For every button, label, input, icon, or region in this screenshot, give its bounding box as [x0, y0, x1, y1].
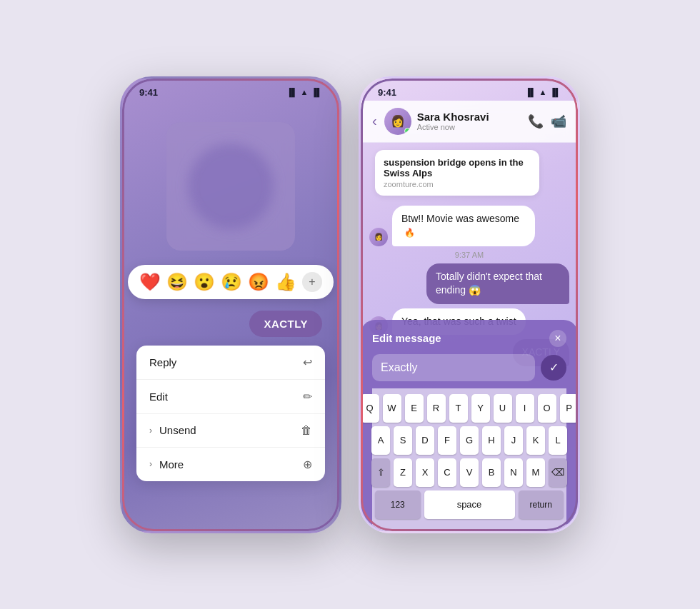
key-123[interactable]: 123 [375, 490, 421, 519]
key-y[interactable]: Y [471, 394, 490, 423]
header-actions: 📞 📹 [528, 114, 566, 129]
keyboard-row-4: 123 space return [375, 490, 564, 519]
time-right: 9:41 [378, 87, 396, 98]
blurred-avatar-area [166, 122, 295, 251]
key-v[interactable]: V [460, 458, 479, 487]
reaction-thumbs-up[interactable]: 👍 [275, 273, 296, 291]
key-backspace[interactable]: ⌫ [549, 458, 567, 487]
key-h[interactable]: H [482, 426, 501, 455]
menu-item-unsend[interactable]: › Unsend 🗑 [136, 414, 325, 448]
contact-avatar: 👩 [384, 108, 411, 135]
right-phone: 9:41 ▐▌ ▲ ▐▌ ‹ 👩 Sara Khosravi Active no… [359, 76, 580, 533]
reaction-laugh[interactable]: 😆 [166, 273, 188, 291]
menu-item-reply[interactable]: Reply ↩ [136, 346, 325, 380]
key-s[interactable]: S [394, 426, 412, 455]
key-c[interactable]: C [438, 458, 456, 487]
more-chevron-icon: › [149, 459, 152, 469]
edit-modal-title: Edit message [372, 332, 441, 344]
msg-avatar-sara: 👩 [369, 228, 388, 246]
reaction-heart[interactable]: ❤️ [139, 273, 161, 291]
key-i[interactable]: I [516, 394, 534, 423]
signal-icon: ▐▌ [286, 88, 298, 96]
key-p[interactable]: P [560, 394, 579, 423]
edit-input-row: ✓ [372, 354, 566, 381]
msg-row-btw: 👩 Btw!! Movie was awesome 🔥 [369, 206, 569, 246]
key-u[interactable]: U [494, 394, 512, 423]
key-z[interactable]: Z [394, 458, 412, 487]
status-bar-right: 9:41 ▐▌ ▲ ▐▌ [361, 79, 578, 101]
key-l[interactable]: L [549, 426, 567, 455]
battery-icon-r: ▐▌ [549, 88, 561, 96]
reaction-angry[interactable]: 😡 [248, 273, 269, 291]
battery-icon: ▐▌ [311, 88, 322, 96]
key-e[interactable]: E [405, 394, 424, 423]
reaction-cry[interactable]: 😢 [221, 273, 242, 291]
keyboard-row-2: A S D F G H J K L [375, 426, 564, 455]
status-icons-left: ▐▌ ▲ ▐▌ [286, 88, 322, 96]
edit-text-input[interactable] [372, 354, 535, 381]
key-j[interactable]: J [504, 426, 523, 455]
edit-pencil-icon: ✏ [303, 390, 312, 403]
wifi-icon-r: ▲ [539, 88, 547, 96]
time-left: 9:41 [139, 87, 158, 98]
keyboard-row-1: Q W E R T Y U I O P [375, 394, 564, 423]
edit-submit-button[interactable]: ✓ [541, 355, 566, 381]
reaction-bar: ❤️ 😆 😮 😢 😡 👍 + [128, 265, 334, 299]
msg-emoji-fire: 🔥 [404, 228, 415, 238]
context-menu: Reply ↩ Edit ✏ › Unsend 🗑 › More ⊕ [136, 346, 325, 481]
key-x[interactable]: X [416, 458, 434, 487]
back-button[interactable]: ‹ [372, 113, 377, 129]
key-a[interactable]: A [371, 426, 390, 455]
video-call-icon[interactable]: 📹 [551, 114, 566, 129]
menu-item-edit[interactable]: Edit ✏ [136, 380, 325, 414]
link-preview-row: suspension bridge opens in the Swiss Alp… [369, 150, 569, 201]
key-shift[interactable]: ⇧ [371, 458, 390, 487]
key-o[interactable]: O [538, 394, 556, 423]
key-t[interactable]: T [449, 394, 468, 423]
key-return[interactable]: return [519, 490, 564, 519]
key-w[interactable]: W [383, 394, 401, 423]
key-k[interactable]: K [526, 426, 545, 455]
signal-icon-r: ▐▌ [525, 88, 536, 96]
edit-close-button[interactable]: × [549, 330, 566, 347]
link-domain: zoomture.com [384, 180, 531, 188]
menu-item-more[interactable]: › More ⊕ [136, 448, 325, 481]
link-title: suspension bridge opens in the Swiss Alp… [384, 157, 531, 178]
reaction-more-button[interactable]: + [302, 272, 322, 292]
menu-more-label: More [159, 458, 184, 470]
phone-call-icon[interactable]: 📞 [528, 114, 544, 129]
key-f[interactable]: F [438, 426, 456, 455]
key-d[interactable]: D [416, 426, 434, 455]
key-g[interactable]: G [460, 426, 479, 455]
key-q[interactable]: Q [361, 394, 379, 423]
msg-text-totally: Totally didn't expect that ending 😱 [436, 271, 542, 296]
xactly-sent-bubble: XACTLY [249, 311, 322, 337]
mic-icon[interactable]: 🎤 [534, 531, 552, 533]
left-phone: 9:41 ▐▌ ▲ ▐▌ ❤️ 😆 😮 😢 😡 👍 + XACTLY Reply… [120, 76, 341, 533]
bubble-totally: Totally didn't expect that ending 😱 [426, 263, 569, 304]
link-preview-card[interactable]: suspension bridge opens in the Swiss Alp… [375, 150, 539, 196]
chat-header: ‹ 👩 Sara Khosravi Active now 📞 📹 [361, 101, 578, 143]
edit-modal-header: Edit message × [372, 330, 566, 347]
key-r[interactable]: R [427, 394, 446, 423]
chat-content: suspension bridge opens in the Swiss Alp… [361, 143, 578, 533]
status-icons-right: ▐▌ ▲ ▐▌ [525, 88, 561, 96]
more-dots-icon: ⊕ [303, 458, 312, 471]
online-indicator [404, 128, 411, 134]
reaction-wow[interactable]: 😮 [194, 273, 215, 291]
bubble-btw: Btw!! Movie was awesome 🔥 [392, 206, 535, 246]
contact-info: Sara Khosravi Active now [417, 111, 522, 131]
trash-icon: 🗑 [301, 424, 312, 437]
msg-text-btw: Btw!! Movie was awesome [401, 213, 519, 224]
key-space[interactable]: space [424, 490, 515, 519]
key-n[interactable]: N [504, 458, 523, 487]
keyboard: Q W E R T Y U I O P A S D F G H [372, 388, 566, 525]
keyboard-row-3: ⇧ Z X C V B N M ⌫ [375, 458, 564, 487]
key-b[interactable]: B [482, 458, 501, 487]
emoji-keyboard-icon[interactable]: ☺ [386, 531, 401, 533]
status-bar-left: 9:41 ▐▌ ▲ ▐▌ [122, 79, 339, 101]
key-m[interactable]: M [526, 458, 545, 487]
contact-status: Active now [417, 123, 522, 131]
keyboard-bottom-bar: ☺ 🎤 [372, 525, 566, 533]
menu-edit-label: Edit [149, 391, 168, 403]
